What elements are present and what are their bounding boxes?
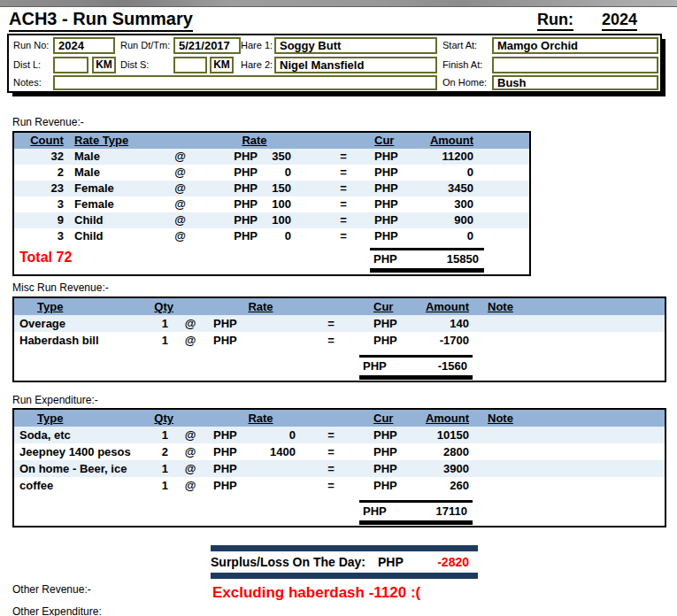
cell-rate: 350 <box>263 149 296 165</box>
col-header-amount: Amount <box>404 410 474 427</box>
cell-rate-cur: PHP <box>207 427 242 443</box>
col-header-rate: Rate <box>191 133 296 149</box>
dist-s-field[interactable] <box>173 57 207 73</box>
cell-count: 3 <box>14 196 69 212</box>
col-header-cur: Cur <box>363 133 404 149</box>
surplus-label: Surplus/Loss On The Day: <box>211 555 365 569</box>
surplus-amount: -2820 <box>404 555 478 569</box>
cell-amount: 900 <box>404 212 479 228</box>
surplus-loss-banner: Surplus/Loss On The Day: PHP -2820 <box>211 545 478 579</box>
cell-rate: 100 <box>263 196 296 212</box>
cell-rate <box>242 332 301 349</box>
on-home-field[interactable] <box>492 75 658 90</box>
cell-cur: PHP <box>363 149 404 165</box>
cell-count: 2 <box>14 165 69 181</box>
equals-symbol: = <box>324 149 363 165</box>
table-row: 3 Female @ PHP 100 = PHP 300 <box>14 196 529 212</box>
cell-cur: PHP <box>363 212 404 228</box>
at-symbol: @ <box>169 165 191 181</box>
cell-rate-type: Child <box>69 212 169 228</box>
cell-amount: 300 <box>404 196 479 212</box>
col-header-count: Count <box>14 133 69 149</box>
dist-l-field[interactable] <box>53 57 88 73</box>
run-expenditure-table: Type Qty Rate Cur Amount Note Soda, etc … <box>12 408 666 527</box>
table-header-row: Type Qty Rate Cur Amount Note <box>14 410 665 427</box>
col-header-rate: Rate <box>207 298 301 315</box>
cell-count: 3 <box>14 228 69 244</box>
cell-rate-cur: PHP <box>207 460 242 477</box>
revenue-total-area: Total 72 PHP 15850 <box>14 246 529 274</box>
notes-field[interactable] <box>53 75 437 90</box>
table-row: Haberdash bill 1 @ PHP = PHP -1700 <box>14 332 665 349</box>
cell-cur: PHP <box>361 427 404 443</box>
cell-rate <box>242 460 301 477</box>
cell-amount: 260 <box>404 477 474 494</box>
table-row: 32 Male @ PHP 350 = PHP 11200 <box>14 149 529 165</box>
cell-cur: PHP <box>361 443 404 460</box>
other-revenue-section-label: Other Revenue:- <box>12 583 91 596</box>
cell-cur: PHP <box>361 477 404 494</box>
run-info-box: Run No: Run Dt/Tm: Hare 1: Start At: Dis… <box>7 34 662 93</box>
table-row: Jeepney 1400 pesos 2 @ PHP 1400 = PHP 28… <box>14 443 665 460</box>
cell-type: Soda, etc <box>14 427 138 443</box>
run-no-field[interactable] <box>53 37 115 54</box>
cell-rate-type: Female <box>69 181 169 196</box>
equals-symbol: = <box>324 181 363 196</box>
cell-amount: 10150 <box>404 427 474 443</box>
col-header-amount: Amount <box>404 133 479 149</box>
equals-symbol: = <box>301 477 361 494</box>
at-symbol: @ <box>169 149 191 165</box>
col-header-cur: Cur <box>361 298 404 315</box>
equals-symbol: = <box>324 212 363 228</box>
cell-amount: 0 <box>404 165 479 181</box>
cell-type: Jeepney 1400 pesos <box>14 443 138 460</box>
cell-type: On home - Beer, ice <box>14 460 138 477</box>
cell-amount: 0 <box>404 228 479 244</box>
page-title: ACH3 - Run Summary <box>9 9 193 32</box>
km-unit-box: KM <box>92 57 116 73</box>
col-header-rate: Rate <box>207 410 301 427</box>
table-row: 3 Child @ PHP 0 = PHP 0 <box>14 228 529 244</box>
equals-symbol: = <box>301 315 361 332</box>
cell-amount: 140 <box>404 315 474 332</box>
hare2-field[interactable] <box>274 57 437 73</box>
misc-revenue-table: Type Qty Rate Cur Amount Note Overage 1 … <box>12 296 666 382</box>
cell-rate: 0 <box>263 165 296 181</box>
hare2-label: Hare 2: <box>241 59 273 70</box>
at-symbol: @ <box>169 196 191 212</box>
cell-cur: PHP <box>363 165 404 181</box>
start-at-field[interactable] <box>492 37 658 54</box>
col-header-note: Note <box>474 298 665 315</box>
table-row: coffee 1 @ PHP = PHP 260 <box>14 477 665 494</box>
cell-count: 32 <box>14 149 69 165</box>
equals-symbol: = <box>301 332 361 349</box>
cell-rate-cur: PHP <box>207 315 242 332</box>
table-row: On home - Beer, ice 1 @ PHP = PHP 3900 <box>14 460 665 477</box>
cell-count: 23 <box>14 181 69 196</box>
cell-qty: 1 <box>138 477 173 494</box>
cell-rate-cur: PHP <box>191 149 263 165</box>
finish-at-field[interactable] <box>492 57 658 73</box>
run-revenue-table: Count Rate Type Rate Cur Amount 32 Male … <box>12 131 531 276</box>
cell-count: 9 <box>14 212 69 228</box>
table-header-row: Type Qty Rate Cur Amount Note <box>14 298 665 315</box>
table-row: 23 Female @ PHP 150 = PHP 3450 <box>14 181 529 196</box>
cell-amount: 2800 <box>404 443 474 460</box>
cell-cur: PHP <box>363 228 404 244</box>
total-amount: -1560 <box>438 358 467 375</box>
run-expenditure-section-label: Run Expenditure:- <box>12 394 98 406</box>
cell-type: Overage <box>14 315 138 332</box>
misc-total-box: PHP -1560 <box>359 355 473 380</box>
equals-symbol: = <box>324 196 363 212</box>
total-amount: 15850 <box>447 250 479 268</box>
km-unit-box: KM <box>210 57 234 73</box>
cell-rate: 0 <box>242 427 301 443</box>
total-cur: PHP <box>373 250 397 268</box>
cell-amount: 3900 <box>404 460 474 477</box>
run-date-field[interactable] <box>173 37 241 54</box>
cell-cur: PHP <box>361 332 404 349</box>
total-cur: PHP <box>363 358 387 375</box>
hare1-field[interactable] <box>274 37 437 54</box>
misc-total-area: PHP -1560 <box>14 350 665 381</box>
cell-note <box>474 477 665 494</box>
